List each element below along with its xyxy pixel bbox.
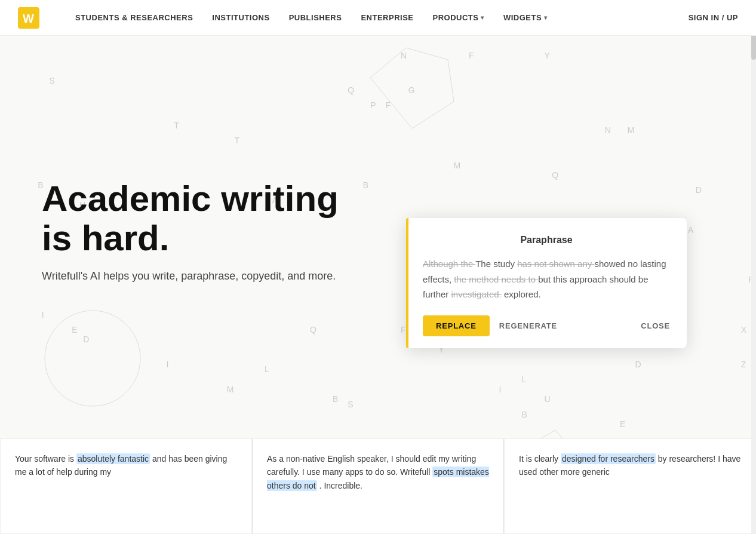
nav-widgets[interactable]: WIDGETS ▾ <box>503 13 548 22</box>
testimonial-1-before: Your software is <box>15 454 76 464</box>
testimonial-card-2: As a non-native English speaker, I shoul… <box>252 438 504 534</box>
scatter-letter: S <box>348 400 353 409</box>
scatter-letter: F <box>386 100 391 110</box>
new-text-4: explored. <box>502 289 541 299</box>
scatter-letter: A <box>688 225 693 235</box>
scatter-letter: M <box>454 161 461 170</box>
nav-publishers[interactable]: PUBLISHERS <box>289 13 342 22</box>
original-text-strikethrough-4: investigated. <box>451 289 502 299</box>
original-text-strikethrough-2: has not shown any <box>517 259 594 269</box>
testimonial-3-before: It is clearly <box>519 454 561 464</box>
scatter-letter: D <box>696 185 702 195</box>
hero-section: SNFYQGPFNMTTMAQBHBDAFPOQFIEYCLDLMIBUSBED… <box>0 36 756 534</box>
scatter-letter: Z <box>741 360 746 369</box>
scatter-letter: B <box>333 394 338 404</box>
scatter-letter: I <box>42 310 44 320</box>
scatter-letter: Q <box>310 325 316 334</box>
nav-students-researchers[interactable]: STUDENTS & RESEARCHERS <box>75 13 193 22</box>
svg-point-4 <box>45 311 140 406</box>
logo[interactable]: W <box>18 7 39 29</box>
scatter-letter: F <box>401 325 406 334</box>
scatter-letter: I <box>167 360 169 369</box>
testimonial-2-after: . Incredible. <box>317 481 362 490</box>
svg-marker-2 <box>370 48 454 128</box>
scatter-letter: B <box>363 180 368 190</box>
testimonial-1-highlight: absolutely fantastic <box>76 453 150 464</box>
nav-links: STUDENTS & RESEARCHERS INSTITUTIONS PUBL… <box>75 13 689 22</box>
card-actions: REPLACE REGENERATE CLOSE <box>423 315 670 336</box>
scatter-letter: B <box>522 410 527 419</box>
scatter-letter: F <box>469 51 474 60</box>
scatter-letter: T <box>234 136 239 145</box>
nav-enterprise[interactable]: ENTERPRISE <box>361 13 413 22</box>
scatter-letter: U <box>545 394 551 404</box>
scatter-letter: E <box>72 325 77 334</box>
paraphrase-card: Paraphrase Although the The study has no… <box>406 218 687 348</box>
testimonials-section: Your software is absolutely fantastic an… <box>0 438 756 534</box>
original-text-strikethrough-1: Although the <box>423 259 475 269</box>
scatter-letter: N <box>401 51 407 60</box>
hero-subtitle: Writefull's AI helps you write, paraphra… <box>42 270 352 283</box>
scatter-letter: P <box>370 100 376 110</box>
scatter-letter: S <box>49 76 54 85</box>
new-text-1: The study <box>475 259 517 269</box>
close-button[interactable]: CLOSE <box>641 321 670 330</box>
chevron-down-icon: ▾ <box>544 14 548 21</box>
navigation: W STUDENTS & RESEARCHERS INSTITUTIONS PU… <box>0 0 756 36</box>
regenerate-button[interactable]: REGENERATE <box>499 321 557 330</box>
replace-button[interactable]: REPLACE <box>423 315 490 336</box>
testimonial-card-3: It is clearly designed for researchers b… <box>504 438 756 534</box>
scatter-letter: T <box>174 121 179 130</box>
scatter-letter: D <box>635 360 641 369</box>
scatter-letter: E <box>620 419 625 429</box>
signin-button[interactable]: SIGN IN / UP <box>689 13 738 22</box>
scatter-letter: N <box>605 125 611 135</box>
scatter-letter: M <box>227 385 234 394</box>
scatter-letter: G <box>408 85 415 95</box>
card-title: Paraphrase <box>423 235 670 245</box>
testimonial-3-highlight: designed for researchers <box>561 453 656 464</box>
nav-institutions[interactable]: INSTITUTIONS <box>212 13 269 22</box>
scatter-letter: L <box>265 364 269 374</box>
testimonial-card-1: Your software is absolutely fantastic an… <box>0 438 252 534</box>
scrollbar[interactable] <box>751 0 756 534</box>
scatter-letter: L <box>522 375 527 384</box>
scatter-letter: Y <box>545 51 550 60</box>
scatter-letter: Q <box>552 170 558 180</box>
hero-content: Academic writing is hard. Writefull's AI… <box>42 179 352 300</box>
hero-title: Academic writing is hard. <box>42 179 352 258</box>
original-text-strikethrough-3: the method needs to <box>454 274 538 284</box>
scatter-letter: M <box>628 125 635 135</box>
scatter-letter: Q <box>348 85 354 95</box>
card-text: Although the The study has not shown any… <box>423 256 670 302</box>
scatter-letter: I <box>499 385 502 394</box>
nav-products[interactable]: PRODUCTS ▾ <box>433 13 484 22</box>
chevron-down-icon: ▾ <box>481 14 484 21</box>
scatter-letter: X <box>741 325 746 334</box>
svg-text:W: W <box>23 12 34 25</box>
scatter-letter: D <box>83 334 89 344</box>
